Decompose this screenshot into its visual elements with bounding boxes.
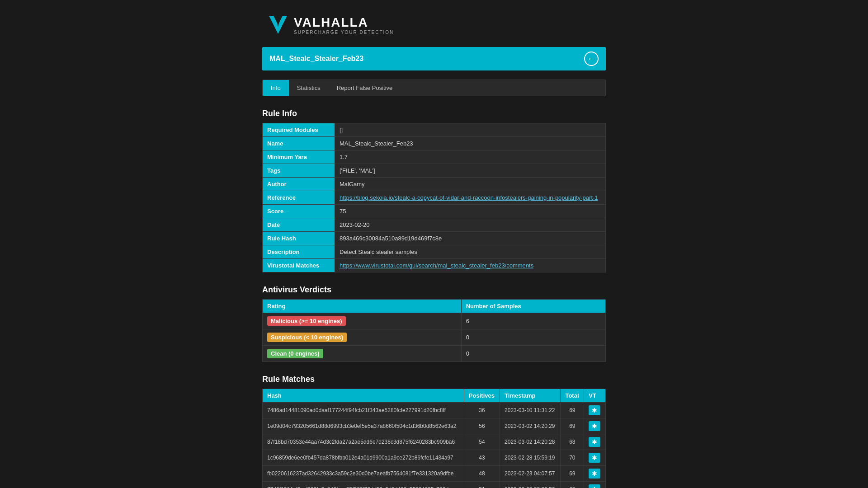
match-timestamp: 2023-02-23 04:07:57 bbox=[500, 466, 561, 482]
match-hash: 77d6f1914af6caf909fa2a246fcec05f500f79dd… bbox=[263, 482, 464, 488]
antivirus-heading: Antivirus Verdicts bbox=[262, 285, 606, 295]
matches-table: HashPositivesTimestampTotalVT 7486ad1448… bbox=[262, 389, 606, 488]
logo-text: VALHALLA SUPERCHARGE YOUR DETECTION bbox=[294, 15, 394, 35]
info-key: Author bbox=[263, 178, 335, 191]
table-row: Date2023-02-20 bbox=[263, 218, 606, 232]
verdict-rating: Suspicious (< 10 engines) bbox=[263, 329, 462, 346]
info-value: MalGamy bbox=[335, 178, 606, 191]
info-value: 893a469c30084a510a89d19d469f7c8e bbox=[335, 232, 606, 245]
table-row: Score75 bbox=[263, 205, 606, 218]
info-key: Score bbox=[263, 205, 335, 218]
vt-button[interactable]: ✱ bbox=[589, 421, 600, 431]
logo-subtitle: SUPERCHARGE YOUR DETECTION bbox=[294, 30, 394, 35]
match-positives: 36 bbox=[464, 403, 500, 418]
table-row: 77d6f1914af6caf909fa2a246fcec05f500f79dd… bbox=[263, 482, 606, 488]
verdict-col-samples: Number of Samples bbox=[461, 300, 605, 313]
table-row: Malicious (>= 10 engines)6 bbox=[263, 313, 606, 329]
info-key: Minimum Yara bbox=[263, 150, 335, 164]
table-row: Suspicious (< 10 engines)0 bbox=[263, 329, 606, 346]
rule-name-label: MAL_Stealc_Stealer_Feb23 bbox=[269, 55, 363, 63]
info-key: Description bbox=[263, 245, 335, 259]
vt-button[interactable]: ✱ bbox=[589, 484, 600, 488]
info-value: 2023-02-20 bbox=[335, 218, 606, 232]
info-value: 1.7 bbox=[335, 150, 606, 164]
info-value[interactable]: https://www.virustotal.com/gui/search/ma… bbox=[335, 259, 606, 272]
verdict-rating: Clean (0 engines) bbox=[263, 346, 462, 362]
match-vt: ✱ bbox=[584, 434, 606, 450]
match-timestamp: 2023-02-22 22:36:56 bbox=[500, 482, 561, 488]
matches-col-header: VT bbox=[584, 389, 606, 403]
table-row: Referencehttps://blog.sekoia.io/stealc-a… bbox=[263, 191, 606, 205]
rule-info-section: Rule Info Required Modules[]NameMAL_Stea… bbox=[262, 109, 606, 272]
match-total: 69 bbox=[561, 466, 584, 482]
match-total: 69 bbox=[561, 418, 584, 434]
match-timestamp: 2023-02-28 15:59:19 bbox=[500, 450, 561, 466]
info-key: Required Modules bbox=[263, 123, 335, 137]
matches-col-header: Positives bbox=[464, 389, 500, 403]
match-positives: 48 bbox=[464, 466, 500, 482]
tab-statistics[interactable]: Statistics bbox=[289, 80, 329, 96]
tabs-bar: Info Statistics Report False Positive bbox=[262, 80, 606, 96]
info-value: 75 bbox=[335, 205, 606, 218]
match-total: 69 bbox=[561, 403, 584, 418]
antivirus-section: Antivirus Verdicts Rating Number of Samp… bbox=[262, 285, 606, 362]
matches-col-header: Hash bbox=[263, 389, 464, 403]
verdict-col-rating: Rating bbox=[263, 300, 462, 313]
info-value: MAL_Stealc_Stealer_Feb23 bbox=[335, 137, 606, 150]
match-timestamp: 2023-03-02 14:20:28 bbox=[500, 434, 561, 450]
info-key: Reference bbox=[263, 191, 335, 205]
matches-col-header: Total bbox=[561, 389, 584, 403]
match-vt: ✱ bbox=[584, 403, 606, 418]
match-positives: 54 bbox=[464, 434, 500, 450]
info-value: Detect Stealc stealer samples bbox=[335, 245, 606, 259]
table-row: Rule Hash893a469c30084a510a89d19d469f7c8… bbox=[263, 232, 606, 245]
rule-info-table: Required Modules[]NameMAL_Stealc_Stealer… bbox=[262, 123, 606, 272]
back-button[interactable]: ← bbox=[584, 52, 599, 66]
vt-button[interactable]: ✱ bbox=[589, 405, 600, 415]
verdict-count: 0 bbox=[461, 346, 605, 362]
match-total: 70 bbox=[561, 450, 584, 466]
table-row: Virustotal Matcheshttps://www.virustotal… bbox=[263, 259, 606, 272]
info-key: Name bbox=[263, 137, 335, 150]
match-timestamp: 2023-03-10 11:31:22 bbox=[500, 403, 561, 418]
logo-title: VALHALLA bbox=[294, 15, 394, 30]
table-row: Tags['FILE', 'MAL'] bbox=[263, 164, 606, 178]
table-row: Minimum Yara1.7 bbox=[263, 150, 606, 164]
table-row: AuthorMalGamy bbox=[263, 178, 606, 191]
tab-info[interactable]: Info bbox=[263, 80, 289, 96]
vt-button[interactable]: ✱ bbox=[589, 437, 600, 447]
vt-button[interactable]: ✱ bbox=[589, 453, 600, 463]
table-row: 7486ad14481090ad0daaf177244f94fcb21f343a… bbox=[263, 403, 606, 418]
info-value: [] bbox=[335, 123, 606, 137]
info-key: Virustotal Matches bbox=[263, 259, 335, 272]
match-positives: 43 bbox=[464, 450, 500, 466]
valhalla-logo-icon bbox=[267, 14, 289, 36]
match-hash: 87f18bd70353e44aa74d3c2fda27a2ae5dd6e7d2… bbox=[263, 434, 464, 450]
table-row: Required Modules[] bbox=[263, 123, 606, 137]
match-hash: 1c96859de6ee0fb457da878bfbb012e4a01d9900… bbox=[263, 450, 464, 466]
match-positives: 51 bbox=[464, 482, 500, 488]
table-row: 1c96859de6ee0fb457da878bfbb012e4a01d9900… bbox=[263, 450, 606, 466]
matches-col-header: Timestamp bbox=[500, 389, 561, 403]
logo-area: VALHALLA SUPERCHARGE YOUR DETECTION bbox=[262, 14, 606, 36]
verdict-rating: Malicious (>= 10 engines) bbox=[263, 313, 462, 329]
match-total: 68 bbox=[561, 434, 584, 450]
table-row: Clean (0 engines)0 bbox=[263, 346, 606, 362]
table-row: 87f18bd70353e44aa74d3c2fda27a2ae5dd6e7d2… bbox=[263, 434, 606, 450]
match-vt: ✱ bbox=[584, 482, 606, 488]
info-key: Rule Hash bbox=[263, 232, 335, 245]
table-row: 1e09d04c793205661d88d6993cb3e0ef5e5a37a8… bbox=[263, 418, 606, 434]
rule-name-bar: MAL_Stealc_Stealer_Feb23 ← bbox=[262, 47, 606, 70]
match-vt: ✱ bbox=[584, 466, 606, 482]
info-key: Date bbox=[263, 218, 335, 232]
verdict-count: 0 bbox=[461, 329, 605, 346]
tab-report-false-positive[interactable]: Report False Positive bbox=[329, 80, 401, 96]
verdict-table: Rating Number of Samples Malicious (>= 1… bbox=[262, 299, 606, 362]
table-row: DescriptionDetect Stealc stealer samples bbox=[263, 245, 606, 259]
vt-button[interactable]: ✱ bbox=[589, 469, 600, 479]
info-key: Tags bbox=[263, 164, 335, 178]
match-hash: 1e09d04c793205661d88d6993cb3e0ef5e5a37a8… bbox=[263, 418, 464, 434]
verdict-count: 6 bbox=[461, 313, 605, 329]
info-value[interactable]: https://blog.sekoia.io/stealc-a-copycat-… bbox=[335, 191, 606, 205]
match-hash: 7486ad14481090ad0daaf177244f94fcb21f343a… bbox=[263, 403, 464, 418]
